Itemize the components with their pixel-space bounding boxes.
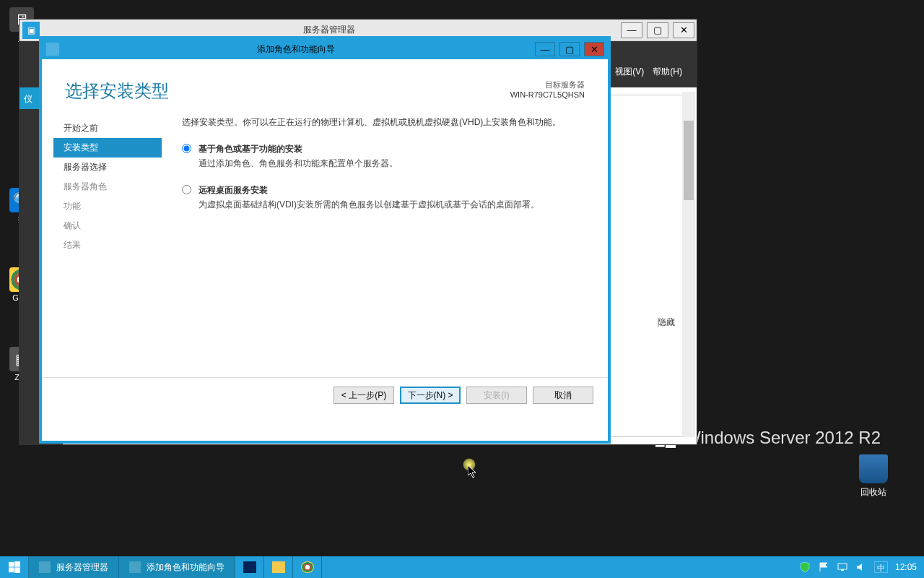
add-roles-wizard[interactable]: 添加角色和功能向导 — ▢ ✕ 选择安装类型 目标服务器 WIN-R79C7L5… [39, 36, 611, 444]
wizard-main: 选择安装类型。你可以在正在运行的物理计算机、虚拟机或脱机虚拟硬盘(VHD)上安装… [162, 113, 596, 377]
wizard-titlebar[interactable]: 添加角色和功能向导 — ▢ ✕ [42, 39, 608, 59]
taskbar-wizard[interactable]: 添加角色和功能向导 [119, 556, 235, 578]
install-button: 安装(I) [466, 387, 527, 404]
wizard-heading: 选择安装类型 [65, 79, 169, 103]
wizard-intro-text: 选择安装类型。你可以在正在运行的物理计算机、虚拟机或脱机虚拟硬盘(VHD)上安装… [182, 116, 582, 129]
start-button[interactable] [0, 556, 29, 578]
nav-server-roles: 服务器角色 [53, 177, 162, 197]
option-desc: 为虚拟桌面基础结构(VDI)安装所需的角色服务以创建基于虚拟机或基于会话的桌面部… [199, 198, 539, 212]
window-title: 服务器管理器 [40, 24, 619, 36]
svg-rect-5 [14, 561, 20, 567]
nav-confirmation: 确认 [53, 216, 162, 236]
tray-network-icon[interactable] [837, 561, 848, 573]
sm-hide-link[interactable]: 隐藏 [658, 316, 675, 329]
radio-remote-desktop[interactable] [182, 185, 191, 194]
svg-rect-4 [9, 562, 14, 567]
task-label: 服务器管理器 [56, 561, 108, 574]
menu-help[interactable]: 帮助(H) [653, 66, 682, 78]
taskbar[interactable]: 服务器管理器 添加角色和功能向导 中 12:05 [0, 556, 924, 578]
dest-label: 目标服务器 [510, 79, 585, 90]
svg-rect-8 [838, 564, 847, 569]
tray-volume-icon[interactable] [855, 561, 867, 573]
cancel-button[interactable]: 取消 [533, 387, 593, 404]
task-label: 添加角色和功能向导 [147, 561, 225, 574]
wizard-nav: 开始之前 安装类型 服务器选择 服务器角色 功能 确认 结果 [53, 113, 162, 377]
radio-role-based[interactable] [182, 144, 191, 153]
option-label: 远程桌面服务安装 [199, 184, 539, 197]
app-icon: ▣ [22, 22, 40, 39]
taskbar-powershell[interactable] [235, 556, 264, 578]
wizard-icon [46, 43, 59, 56]
server-manager-icon [39, 561, 51, 573]
sm-menubar: 视图(V) 帮助(H) [608, 61, 689, 82]
scrollbar[interactable] [682, 92, 695, 437]
watermark-text: Windows Server 2012 R2 [684, 428, 881, 448]
nav-installation-type[interactable]: 安装类型 [53, 138, 162, 158]
wizard-title: 添加角色和功能向导 [59, 43, 533, 56]
folder-icon [272, 561, 285, 573]
scrollbar-thumb[interactable] [684, 121, 694, 200]
wizard-body: 开始之前 安装类型 服务器选择 服务器角色 功能 确认 结果 选择安装类型。你可… [42, 113, 608, 377]
maximize-button[interactable]: ▢ [559, 42, 580, 56]
wizard-footer: < 上一步(P) 下一步(N) > 安装(I) 取消 [42, 377, 608, 413]
powershellell-icon [243, 561, 256, 573]
recycle-bin[interactable]: 回收站 [852, 454, 895, 499]
option-label: 基于角色或基于功能的安装 [199, 142, 398, 155]
system-tray[interactable]: 中 12:05 [792, 556, 924, 578]
nav-features: 功能 [53, 197, 162, 216]
nav-server-selection[interactable]: 服务器选择 [53, 158, 162, 177]
dest-server: WIN-R79C7L5QHSN [510, 90, 585, 99]
close-button[interactable]: ✕ [584, 42, 604, 56]
taskbar-explorer[interactable] [264, 556, 293, 578]
minimize-button[interactable]: — [621, 22, 642, 38]
wizard-header: 选择安装类型 目标服务器 WIN-R79C7L5QHSN [42, 59, 608, 113]
clock[interactable]: 12:05 [895, 562, 917, 572]
recycle-icon [859, 454, 888, 483]
nav-before-you-begin[interactable]: 开始之前 [53, 118, 162, 138]
recycle-label: 回收站 [852, 486, 895, 499]
tray-ime-icon[interactable]: 中 [874, 561, 888, 573]
nav-results: 结果 [53, 236, 162, 255]
option-role-based[interactable]: 基于角色或基于功能的安装 通过添加角色、角色服务和功能来配置单个服务器。 [182, 142, 582, 171]
tray-security-icon[interactable] [799, 561, 811, 573]
previous-button[interactable]: < 上一步(P) [334, 387, 394, 404]
taskbar-chrome[interactable] [293, 556, 322, 578]
tray-flag-icon[interactable] [818, 561, 829, 573]
maximize-button[interactable]: ▢ [647, 22, 668, 38]
svg-rect-6 [9, 567, 14, 572]
option-remote-desktop[interactable]: 远程桌面服务安装 为虚拟桌面基础结构(VDI)安装所需的角色服务以创建基于虚拟机… [182, 184, 582, 212]
menu-view[interactable]: 视图(V) [615, 66, 644, 78]
svg-rect-7 [14, 567, 20, 573]
svg-rect-9 [841, 569, 844, 571]
option-desc: 通过添加角色、角色服务和功能来配置单个服务器。 [199, 157, 398, 171]
next-button[interactable]: 下一步(N) > [400, 387, 461, 404]
minimize-button[interactable]: — [535, 42, 555, 56]
close-button[interactable]: ✕ [673, 22, 694, 38]
taskbar-server-manager[interactable]: 服务器管理器 [29, 556, 119, 578]
wizard-icon [129, 561, 141, 573]
chrome-icon [301, 561, 314, 573]
destination-info: 目标服务器 WIN-R79C7L5QHSN [510, 79, 585, 99]
